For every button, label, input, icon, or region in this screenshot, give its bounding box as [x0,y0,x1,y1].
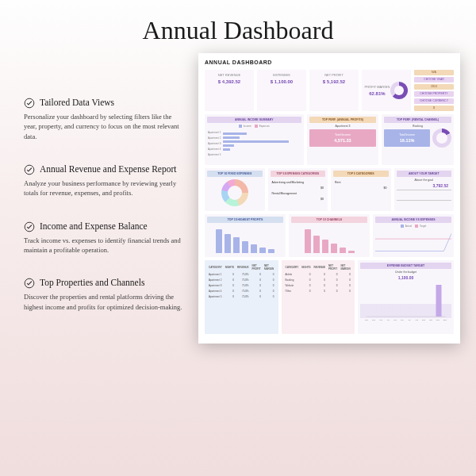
goal-value: 3,792.52 [397,182,452,190]
data-table: CATEGORYNIGHTSREVENUENET PROFITNET MARGI… [284,263,353,294]
filter-pill[interactable]: $ [414,106,454,111]
panel-title: ABOUT YOUR TARGET [397,171,452,177]
panel-title: TOP PERF. (Rental Channel) [384,117,451,123]
feature-desc: Personalize your dashboard by selecting … [24,112,182,141]
bar-chart [291,225,367,255]
panel-income-summary: ANNUAL INCOME SUMMARY IncomeExpenses Apa… [205,114,304,165]
table-row: Apartment 4075.0%00 [207,288,276,294]
panel-goal: ABOUT YOUR TARGET Above the goal 3,792.5… [394,168,455,211]
svg-rect-5 [436,285,442,317]
feature-desc: Analyze your business performance by rev… [24,178,182,198]
panel-title: ANNUAL INCOME VS EXPENSES [375,217,451,223]
kpi-value: $ 4,392.52 [207,79,251,84]
panel-top-cat-exp: TOP 5 EXPENSES CATEGORIES Advertising an… [268,168,328,211]
panel-title: ANNUAL INCOME SUMMARY [207,117,301,123]
bar-chart [207,225,283,255]
kpi-value: 62.81% [365,91,390,96]
donut-icon [390,82,408,99]
kpi-label: NET PROFIT [312,73,356,77]
stat-box: Total Income 4,571.33 [309,129,377,147]
filter-pill[interactable]: N/A [414,70,454,75]
filter-pill[interactable]: CHOOSE CURRENCY [414,98,454,104]
top-name: Apartment 3 [309,125,377,128]
panel-top-chan-inc: TOP 10 CHANNELS [289,214,370,257]
filter-pill[interactable]: CHOOSE YEAR [414,77,454,83]
table-row: Apartment 1075.0%00 [207,271,276,277]
kpi-label: EXPENSES [259,73,304,77]
pie-chart-icon [221,179,248,206]
panel-table-channels: CATEGORYNIGHTSREVENUENET PROFITNET MARGI… [282,260,355,334]
donut-icon [432,129,451,148]
feature-title: Tailored Data Views [40,97,114,109]
kpi-card: EXPENSES $ 1,100.00 [257,70,306,111]
feature-title: Income and Expense Balance [40,221,148,232]
table-row: Apartment 3075.0%00 [207,282,276,288]
kpi-label: PROFIT MARGIN [365,85,390,89]
dashboard-heading: ANNUAL DASHBOARD [205,60,454,65]
stat-box: Total Income 16.11% [384,129,430,147]
panel-title: TOP PERF. (Annual Profits) [309,117,377,123]
check-circle-icon [24,221,35,232]
kpi-label: NET REVENUE [207,73,251,77]
table-row: Website0000 [284,282,353,288]
panel-top-channel: TOP PERF. (Rental Channel) Booking Total… [382,114,454,165]
data-table: CATEGORYNIGHTSREVENUENET PROFITNET MARGI… [207,263,276,299]
panel-title: TOP 10 CHANNELS [291,217,367,223]
check-circle-icon [24,278,35,289]
panel-top-property: TOP PERF. (Annual Profits) Apartment 3 T… [307,114,379,165]
area-chart [360,282,451,318]
panel-title: TOP 10 HIGHEST PROFITS [207,217,283,223]
table-row: Apartment 5075.0%00 [207,294,276,299]
x-axis: JanFebMarAprMayJunJulAugSepOctNovDec [360,318,451,322]
panel-title: TOP 10 FIXED EXPENSES [207,171,263,177]
filter-pill[interactable]: 2024 [414,84,454,90]
feature-title: Annual Revenue and Expense Report [40,163,176,175]
check-circle-icon [24,98,35,109]
kpi-row: NET REVENUE $ 4,392.52 EXPENSES $ 1,100.… [205,70,454,111]
feature-title: Top Properties and Channels [40,277,144,289]
kpi-value: $ 1,100.00 [259,79,304,84]
budget-value: 1,100.00 [360,274,451,282]
panel-inc-exp: ANNUAL INCOME VS EXPENSES ActualTarget [373,214,454,257]
filter-column: N/A CHOOSE YEAR 2024 CHOOSE PROPERTY CHO… [414,70,454,111]
hbar-chart: Apartment 1 Apartment 2 Apartment 3 Apar… [207,129,301,163]
panel-top-expenses: TOP 10 FIXED EXPENSES [205,168,265,211]
dashboard-preview: ANNUAL DASHBOARD NET REVENUE $ 4,392.52 … [198,53,460,344]
table-row: Other0000 [284,288,353,294]
feature-item: Annual Revenue and Expense Report Analyz… [24,163,182,198]
feature-item: Top Properties and Channels Discover the… [24,277,182,312]
check-circle-icon [24,164,35,175]
panel-title: TOP 5 CATEGORIES [333,171,389,177]
features-list: Tailored Data Views Personalize your das… [24,53,182,344]
legend: ActualTarget [375,225,451,228]
panel-table-props: CATEGORYNIGHTSREVENUENET PROFITNET MARGI… [205,260,278,334]
filter-pill[interactable]: CHOOSE PROPERTY [414,91,454,97]
panel-top-cat-inc: TOP 5 CATEGORIES Rent $0 [331,168,391,211]
feature-item: Tailored Data Views Personalize your das… [24,97,182,141]
legend: IncomeExpenses [207,125,301,128]
kpi-card: NET REVENUE $ 4,392.52 [205,70,254,111]
line-chart-icon [375,229,451,253]
feature-desc: Track income vs. expenses to identify fi… [24,236,182,255]
table-row: Airbnb0000 [284,271,353,277]
feature-item: Income and Expense Balance Track income … [24,221,182,255]
panel-top-prop-inc: TOP 10 HIGHEST PROFITS [205,214,286,257]
page-title: Annual Dashboard [0,0,476,53]
feature-desc: Discover the properties and rental platf… [24,292,182,312]
kpi-card: NET PROFIT $ 5,192.52 [309,70,359,111]
panel-title: TOP 5 EXPENSES CATEGORIES [271,171,326,177]
kpi-value: $ 5,192.52 [312,79,356,84]
table-row: Apartment 2075.0%00 [207,277,276,282]
kpi-card: PROFIT MARGIN 62.81% [362,70,411,111]
panel-budget: EXPENSE BUDGET TARGET Under the budget 1… [358,260,454,334]
panel-title: EXPENSE BUDGET TARGET [360,263,451,269]
table-row: Booking0000 [284,277,353,282]
